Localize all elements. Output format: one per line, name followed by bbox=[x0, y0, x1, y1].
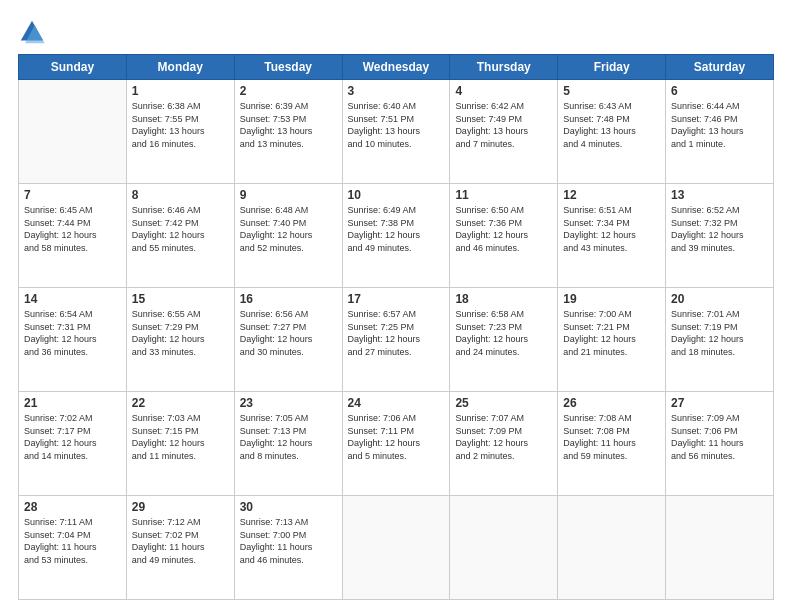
day-number: 27 bbox=[671, 396, 768, 410]
day-number: 9 bbox=[240, 188, 337, 202]
day-info: Sunrise: 7:07 AM Sunset: 7:09 PM Dayligh… bbox=[455, 412, 552, 462]
day-info: Sunrise: 7:06 AM Sunset: 7:11 PM Dayligh… bbox=[348, 412, 445, 462]
day-header-sunday: Sunday bbox=[19, 55, 127, 80]
day-number: 11 bbox=[455, 188, 552, 202]
day-info: Sunrise: 7:00 AM Sunset: 7:21 PM Dayligh… bbox=[563, 308, 660, 358]
day-info: Sunrise: 6:54 AM Sunset: 7:31 PM Dayligh… bbox=[24, 308, 121, 358]
day-info: Sunrise: 7:05 AM Sunset: 7:13 PM Dayligh… bbox=[240, 412, 337, 462]
week-row-2: 7Sunrise: 6:45 AM Sunset: 7:44 PM Daylig… bbox=[19, 184, 774, 288]
day-info: Sunrise: 7:12 AM Sunset: 7:02 PM Dayligh… bbox=[132, 516, 229, 566]
day-number: 15 bbox=[132, 292, 229, 306]
day-info: Sunrise: 7:09 AM Sunset: 7:06 PM Dayligh… bbox=[671, 412, 768, 462]
day-number: 10 bbox=[348, 188, 445, 202]
day-header-thursday: Thursday bbox=[450, 55, 558, 80]
day-header-saturday: Saturday bbox=[666, 55, 774, 80]
day-info: Sunrise: 7:03 AM Sunset: 7:15 PM Dayligh… bbox=[132, 412, 229, 462]
day-number: 26 bbox=[563, 396, 660, 410]
day-number: 24 bbox=[348, 396, 445, 410]
calendar-cell: 15Sunrise: 6:55 AM Sunset: 7:29 PM Dayli… bbox=[126, 288, 234, 392]
day-number: 1 bbox=[132, 84, 229, 98]
day-number: 6 bbox=[671, 84, 768, 98]
calendar-cell: 6Sunrise: 6:44 AM Sunset: 7:46 PM Daylig… bbox=[666, 80, 774, 184]
day-number: 22 bbox=[132, 396, 229, 410]
day-number: 28 bbox=[24, 500, 121, 514]
calendar-cell: 8Sunrise: 6:46 AM Sunset: 7:42 PM Daylig… bbox=[126, 184, 234, 288]
calendar-cell: 3Sunrise: 6:40 AM Sunset: 7:51 PM Daylig… bbox=[342, 80, 450, 184]
day-header-wednesday: Wednesday bbox=[342, 55, 450, 80]
day-info: Sunrise: 6:50 AM Sunset: 7:36 PM Dayligh… bbox=[455, 204, 552, 254]
day-info: Sunrise: 7:02 AM Sunset: 7:17 PM Dayligh… bbox=[24, 412, 121, 462]
calendar-cell: 13Sunrise: 6:52 AM Sunset: 7:32 PM Dayli… bbox=[666, 184, 774, 288]
page: SundayMondayTuesdayWednesdayThursdayFrid… bbox=[0, 0, 792, 612]
day-number: 14 bbox=[24, 292, 121, 306]
day-info: Sunrise: 6:44 AM Sunset: 7:46 PM Dayligh… bbox=[671, 100, 768, 150]
week-row-4: 21Sunrise: 7:02 AM Sunset: 7:17 PM Dayli… bbox=[19, 392, 774, 496]
day-number: 8 bbox=[132, 188, 229, 202]
calendar-cell bbox=[666, 496, 774, 600]
calendar-cell: 12Sunrise: 6:51 AM Sunset: 7:34 PM Dayli… bbox=[558, 184, 666, 288]
day-info: Sunrise: 6:56 AM Sunset: 7:27 PM Dayligh… bbox=[240, 308, 337, 358]
calendar-cell: 26Sunrise: 7:08 AM Sunset: 7:08 PM Dayli… bbox=[558, 392, 666, 496]
week-row-3: 14Sunrise: 6:54 AM Sunset: 7:31 PM Dayli… bbox=[19, 288, 774, 392]
day-number: 21 bbox=[24, 396, 121, 410]
day-info: Sunrise: 6:51 AM Sunset: 7:34 PM Dayligh… bbox=[563, 204, 660, 254]
day-number: 25 bbox=[455, 396, 552, 410]
day-info: Sunrise: 7:11 AM Sunset: 7:04 PM Dayligh… bbox=[24, 516, 121, 566]
calendar-cell: 29Sunrise: 7:12 AM Sunset: 7:02 PM Dayli… bbox=[126, 496, 234, 600]
day-number: 3 bbox=[348, 84, 445, 98]
calendar-cell: 17Sunrise: 6:57 AM Sunset: 7:25 PM Dayli… bbox=[342, 288, 450, 392]
calendar-cell: 7Sunrise: 6:45 AM Sunset: 7:44 PM Daylig… bbox=[19, 184, 127, 288]
day-number: 2 bbox=[240, 84, 337, 98]
calendar-cell: 20Sunrise: 7:01 AM Sunset: 7:19 PM Dayli… bbox=[666, 288, 774, 392]
week-row-1: 1Sunrise: 6:38 AM Sunset: 7:55 PM Daylig… bbox=[19, 80, 774, 184]
calendar-cell: 9Sunrise: 6:48 AM Sunset: 7:40 PM Daylig… bbox=[234, 184, 342, 288]
day-info: Sunrise: 6:42 AM Sunset: 7:49 PM Dayligh… bbox=[455, 100, 552, 150]
day-info: Sunrise: 6:49 AM Sunset: 7:38 PM Dayligh… bbox=[348, 204, 445, 254]
day-info: Sunrise: 6:39 AM Sunset: 7:53 PM Dayligh… bbox=[240, 100, 337, 150]
calendar-cell: 25Sunrise: 7:07 AM Sunset: 7:09 PM Dayli… bbox=[450, 392, 558, 496]
day-header-tuesday: Tuesday bbox=[234, 55, 342, 80]
calendar-cell: 23Sunrise: 7:05 AM Sunset: 7:13 PM Dayli… bbox=[234, 392, 342, 496]
calendar-cell: 21Sunrise: 7:02 AM Sunset: 7:17 PM Dayli… bbox=[19, 392, 127, 496]
day-header-monday: Monday bbox=[126, 55, 234, 80]
day-number: 19 bbox=[563, 292, 660, 306]
calendar-cell: 1Sunrise: 6:38 AM Sunset: 7:55 PM Daylig… bbox=[126, 80, 234, 184]
logo bbox=[18, 18, 50, 46]
day-number: 23 bbox=[240, 396, 337, 410]
calendar-cell: 10Sunrise: 6:49 AM Sunset: 7:38 PM Dayli… bbox=[342, 184, 450, 288]
day-info: Sunrise: 6:55 AM Sunset: 7:29 PM Dayligh… bbox=[132, 308, 229, 358]
day-info: Sunrise: 7:01 AM Sunset: 7:19 PM Dayligh… bbox=[671, 308, 768, 358]
calendar-cell: 30Sunrise: 7:13 AM Sunset: 7:00 PM Dayli… bbox=[234, 496, 342, 600]
calendar-cell: 22Sunrise: 7:03 AM Sunset: 7:15 PM Dayli… bbox=[126, 392, 234, 496]
day-number: 4 bbox=[455, 84, 552, 98]
day-info: Sunrise: 7:13 AM Sunset: 7:00 PM Dayligh… bbox=[240, 516, 337, 566]
day-number: 30 bbox=[240, 500, 337, 514]
calendar-cell: 16Sunrise: 6:56 AM Sunset: 7:27 PM Dayli… bbox=[234, 288, 342, 392]
day-info: Sunrise: 6:58 AM Sunset: 7:23 PM Dayligh… bbox=[455, 308, 552, 358]
day-info: Sunrise: 6:48 AM Sunset: 7:40 PM Dayligh… bbox=[240, 204, 337, 254]
calendar-cell: 14Sunrise: 6:54 AM Sunset: 7:31 PM Dayli… bbox=[19, 288, 127, 392]
day-number: 18 bbox=[455, 292, 552, 306]
day-info: Sunrise: 6:38 AM Sunset: 7:55 PM Dayligh… bbox=[132, 100, 229, 150]
calendar-cell: 27Sunrise: 7:09 AM Sunset: 7:06 PM Dayli… bbox=[666, 392, 774, 496]
day-info: Sunrise: 7:08 AM Sunset: 7:08 PM Dayligh… bbox=[563, 412, 660, 462]
calendar-cell bbox=[342, 496, 450, 600]
calendar-cell: 2Sunrise: 6:39 AM Sunset: 7:53 PM Daylig… bbox=[234, 80, 342, 184]
day-info: Sunrise: 6:46 AM Sunset: 7:42 PM Dayligh… bbox=[132, 204, 229, 254]
calendar-cell: 24Sunrise: 7:06 AM Sunset: 7:11 PM Dayli… bbox=[342, 392, 450, 496]
calendar-cell bbox=[558, 496, 666, 600]
calendar-cell bbox=[450, 496, 558, 600]
calendar-table: SundayMondayTuesdayWednesdayThursdayFrid… bbox=[18, 54, 774, 600]
day-info: Sunrise: 6:52 AM Sunset: 7:32 PM Dayligh… bbox=[671, 204, 768, 254]
day-number: 5 bbox=[563, 84, 660, 98]
day-number: 17 bbox=[348, 292, 445, 306]
day-number: 20 bbox=[671, 292, 768, 306]
day-info: Sunrise: 6:43 AM Sunset: 7:48 PM Dayligh… bbox=[563, 100, 660, 150]
calendar-cell: 11Sunrise: 6:50 AM Sunset: 7:36 PM Dayli… bbox=[450, 184, 558, 288]
day-number: 16 bbox=[240, 292, 337, 306]
day-number: 29 bbox=[132, 500, 229, 514]
day-number: 12 bbox=[563, 188, 660, 202]
logo-icon bbox=[18, 18, 46, 46]
day-info: Sunrise: 6:45 AM Sunset: 7:44 PM Dayligh… bbox=[24, 204, 121, 254]
calendar-cell: 19Sunrise: 7:00 AM Sunset: 7:21 PM Dayli… bbox=[558, 288, 666, 392]
